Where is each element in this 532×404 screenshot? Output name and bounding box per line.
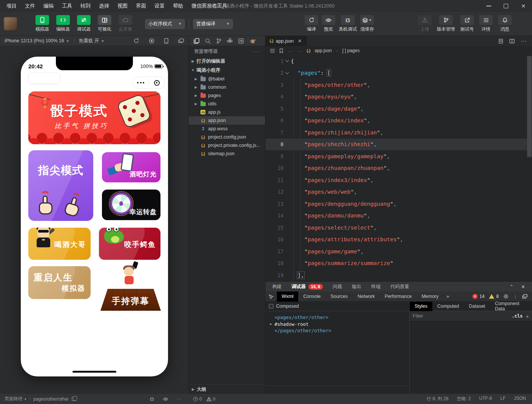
menu-item[interactable]: 转到	[76, 0, 95, 12]
device-debug-button[interactable]: 真机调试	[339, 15, 357, 32]
add-style-icon[interactable]: +	[526, 313, 529, 319]
more-actions-icon[interactable]: ···	[521, 38, 527, 45]
minimize-button[interactable]	[480, 0, 497, 12]
bookmark-icon[interactable]	[279, 48, 283, 53]
breadcrumb-file[interactable]: app.json	[315, 48, 332, 53]
more-actions-icon[interactable]: ···	[177, 396, 181, 402]
panel-tab-调试器[interactable]: 调试器14, 8	[291, 284, 323, 290]
collapse-panel-icon[interactable]: ⌃	[509, 284, 513, 290]
upload-button[interactable]: 上传	[418, 15, 432, 32]
menu-item[interactable]: 视图	[113, 0, 132, 12]
styles-tab-dataset[interactable]: Dataset	[464, 302, 490, 311]
close-panel-icon[interactable]: ✕	[521, 284, 525, 290]
eye-icon[interactable]	[163, 397, 168, 401]
bug-icon[interactable]	[150, 396, 154, 401]
tree-item-app-wxss[interactable]: 3app.wxss	[189, 125, 265, 133]
hot-reload-toggle[interactable]: 热重载 开▼	[79, 38, 104, 44]
code-line-18[interactable]: 18"pages/summarize/summarize"	[265, 258, 532, 270]
code-line-12[interactable]: 12"pages/web/web",	[265, 186, 532, 198]
tile-drinking-bro[interactable]: 喝酒大哥	[28, 228, 91, 260]
panel-tab-终端[interactable]: 终端	[371, 284, 381, 290]
code-line-5[interactable]: 5"pages/dage/dage",	[265, 103, 532, 115]
tree-item-project-config-json[interactable]: {..}project.config.json	[189, 133, 265, 141]
close-button[interactable]: ✕	[515, 0, 532, 12]
wxml-tree[interactable]: <pages/other/other>▶#shadow-root</pages/…	[265, 311, 409, 385]
refresh-icon[interactable]	[134, 38, 139, 43]
cloud-dev-button[interactable]: 云开发	[116, 15, 134, 32]
code-line-16[interactable]: 16"pages/attributes/attributes",	[265, 234, 532, 246]
problems-errors[interactable]: ✕0	[193, 396, 202, 402]
user-avatar[interactable]	[4, 17, 17, 31]
code-line-11[interactable]: 11"pages/index3/index",	[265, 174, 532, 186]
devtools-tab-performance[interactable]: Performance	[380, 291, 417, 302]
devtools-tab-console[interactable]: Console	[298, 291, 325, 302]
chevron-double-icon[interactable]: »	[444, 294, 452, 299]
tab-app-json[interactable]: {..} app.json ✕	[265, 36, 307, 46]
panel-tab-构建[interactable]: 构建	[272, 284, 282, 290]
statusbar-item[interactable]: LF	[500, 396, 506, 402]
statusbar-item[interactable]: JSON	[514, 396, 526, 402]
tree-item-app-json[interactable]: {..}app.json	[189, 116, 265, 125]
tree-item--babel[interactable]: ▶@babel	[189, 75, 265, 83]
tile-crocodile[interactable]: 咬手鳄鱼	[99, 228, 160, 260]
messages-button[interactable]: 消息	[498, 15, 512, 32]
code-line-15[interactable]: 15"pages/select/select",	[265, 222, 532, 234]
details-button[interactable]: 详情	[479, 15, 493, 32]
files-icon[interactable]	[194, 38, 199, 44]
menu-item[interactable]: 编辑	[39, 0, 58, 12]
outline-section[interactable]: ▶ 大纲	[189, 384, 265, 394]
wxml-node[interactable]: <pages/other/other>	[270, 314, 409, 321]
kebab-menu-icon[interactable]: ⋮	[513, 294, 518, 299]
test-account-button[interactable]: 测试号	[460, 15, 474, 32]
editor-toggle-button[interactable]: 编辑器	[54, 15, 72, 32]
tile-handheld-danmu[interactable]: 手持弹幕	[99, 262, 162, 311]
version-management-button[interactable]: 版本管理	[437, 15, 455, 32]
devtools-tab-network[interactable]: Network	[353, 291, 380, 302]
code-line-17[interactable]: 17"pages/game/game",	[265, 245, 532, 258]
tree-item-app-js[interactable]: JSapp.js	[189, 108, 265, 116]
code-line-10[interactable]: 10"pages/zhuanpan/zhuanpan",	[265, 162, 532, 174]
code-line-4[interactable]: 4"pages/eyu/eyu",	[265, 91, 532, 103]
record-icon[interactable]	[149, 38, 154, 44]
tree-item-project-private-config-js-[interactable]: {..}project.private.config.js...	[189, 141, 265, 150]
code-line-14[interactable]: 14"pages/danmu/danmu",	[265, 210, 532, 222]
page-path-value[interactable]: pages/other/other	[33, 396, 69, 402]
tree-item-pages[interactable]: ▶pages	[189, 91, 265, 100]
code-editor[interactable]: 1{2"pages": [3"pages/other/other",4"page…	[265, 55, 532, 281]
devtools-tab-sources[interactable]: Sources	[325, 291, 353, 302]
more-actions-icon[interactable]: ···	[253, 49, 260, 54]
menu-item[interactable]: 项目	[2, 0, 21, 12]
inspect-cursor-icon[interactable]	[265, 293, 277, 299]
compile-mode-select[interactable]: 普通编译▼	[193, 19, 233, 29]
filter-input[interactable]	[413, 313, 509, 319]
statusbar-item[interactable]: UTF-8	[479, 396, 492, 402]
menu-item[interactable]: 设置	[150, 0, 169, 12]
npm-icon[interactable]	[238, 38, 244, 44]
menu-item[interactable]: 文件	[21, 0, 39, 12]
device-select[interactable]: iPhone 12/13 (Pro) 100% 16▼	[5, 38, 69, 43]
outline-list-icon[interactable]	[270, 49, 275, 53]
close-circle-icon[interactable]	[149, 80, 165, 86]
back-icon[interactable]: ←	[288, 48, 293, 54]
code-line-1[interactable]: 1{	[265, 55, 532, 67]
git-branch-icon[interactable]	[216, 38, 221, 44]
close-tab-icon[interactable]: ✕	[298, 38, 302, 44]
page-path-select[interactable]: 页面路径 ▼	[5, 396, 27, 402]
simulator-toggle-button[interactable]: 模拟器	[33, 15, 51, 32]
banner-dice-mode[interactable]: 骰子模式 比手气 拼技巧	[28, 91, 160, 144]
code-line-2[interactable]: 2"pages": [	[265, 67, 532, 79]
code-line-6[interactable]: 6"pages/index/index",	[265, 115, 532, 127]
code-line-8[interactable]: 8"pages/shezhi/shezhi",	[265, 139, 532, 151]
open-editors-section[interactable]: ▶ 打开的编辑器	[189, 57, 265, 66]
phone-frame-icon[interactable]	[164, 38, 168, 44]
forward-icon[interactable]: →	[297, 48, 302, 54]
statusbar-item[interactable]: 行 8, 列 28	[427, 396, 448, 402]
menu-item[interactable]: 界面	[132, 0, 150, 12]
search-icon[interactable]	[205, 38, 211, 44]
copy-icon[interactable]	[72, 397, 76, 401]
multi-window-icon[interactable]	[178, 39, 184, 43]
tile-lucky-wheel[interactable]: 幸运转盘	[102, 190, 160, 220]
panel-tab-输出[interactable]: 输出	[352, 284, 361, 290]
debugger-toggle-button[interactable]: 调试器	[75, 15, 93, 32]
project-root-section[interactable]: ▼ 喝酒小程序	[189, 66, 265, 75]
